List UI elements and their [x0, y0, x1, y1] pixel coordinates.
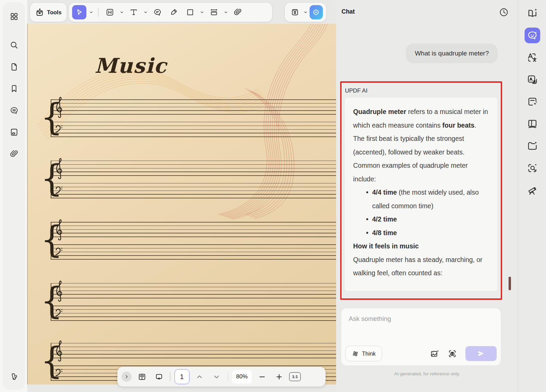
apps-grid-icon[interactable]: [7, 10, 21, 23]
bass-clef: [55, 305, 64, 318]
ai-search-icon[interactable]: [525, 160, 540, 176]
updf-ai-icon[interactable]: [310, 5, 323, 19]
chat-header: Chat: [336, 0, 518, 22]
bass-staff: [51, 122, 336, 137]
document-title: Music: [28, 54, 234, 78]
page-down-icon[interactable]: [210, 370, 224, 383]
select-cursor-icon[interactable]: [72, 5, 86, 19]
actual-size-icon[interactable]: 1:1: [289, 372, 301, 381]
treble-clef: [54, 279, 64, 302]
attachments-icon[interactable]: [7, 147, 21, 161]
ai-folder-icon[interactable]: [525, 138, 540, 154]
response-paragraph: Common examples of quadruple meter inclu…: [353, 159, 489, 186]
chat-panel: Chat What is quadruple meter? UPDF AI Qu…: [336, 0, 518, 392]
slideshow-icon[interactable]: [7, 125, 21, 139]
text-icon[interactable]: [127, 5, 141, 19]
bar-divider: [228, 372, 228, 381]
ai-note-icon[interactable]: [525, 94, 540, 110]
highlighter-icon[interactable]: [167, 5, 181, 19]
response-bold: Quadruple meter: [353, 108, 406, 115]
presentation-icon[interactable]: [152, 370, 166, 383]
ai-response-annotated: UPDF AI Quadruple meter refers to a musi…: [340, 81, 502, 300]
edit-tools-group: [69, 3, 272, 22]
treble-staff: [51, 161, 336, 176]
page-up-icon[interactable]: [193, 370, 206, 383]
comments-icon[interactable]: [7, 103, 21, 117]
zoom-level[interactable]: 80%: [232, 370, 252, 383]
response-paragraph: Quadruple meter has a steady, marching, …: [353, 253, 489, 280]
measure-chevron-down-icon[interactable]: [223, 10, 229, 15]
response-heading: How it feels in music: [353, 240, 489, 253]
save-group: [285, 3, 326, 22]
tools-group: Tools: [30, 3, 67, 22]
expand-chevron-icon[interactable]: [121, 372, 132, 382]
add-image-icon[interactable]: [429, 348, 440, 359]
ai-sender-name: UPDF AI: [345, 87, 501, 94]
cursor-chevron-down-icon[interactable]: [88, 10, 94, 15]
two-page-view-icon[interactable]: [135, 370, 149, 383]
measure-icon[interactable]: [207, 5, 221, 19]
staff-system: {: [38, 282, 336, 322]
input-actions-row: Think: [345, 346, 497, 361]
translate-doc-icon[interactable]: [525, 72, 540, 87]
heading-icon[interactable]: [103, 5, 117, 19]
zoom-in-icon[interactable]: [272, 370, 286, 383]
search-icon[interactable]: [7, 38, 21, 52]
bookmark-icon[interactable]: [7, 82, 21, 95]
screenshot-icon[interactable]: [446, 348, 458, 359]
bullet-item: 4/2 time: [372, 213, 489, 226]
comment-icon[interactable]: [150, 5, 165, 19]
attach-icon[interactable]: [231, 5, 245, 19]
swatches-icon[interactable]: [7, 370, 21, 383]
page-number-input[interactable]: 1: [175, 369, 189, 384]
chat-input-card: Think: [341, 308, 501, 366]
user-message: What is quadruple meter?: [406, 44, 498, 63]
zoom-out-icon[interactable]: [255, 370, 269, 383]
text-chevron-down-icon[interactable]: [143, 10, 148, 15]
chat-title: Chat: [342, 8, 355, 15]
chat-scrollbar-thumb[interactable]: [509, 277, 511, 290]
translate-text-icon[interactable]: [525, 50, 540, 65]
ai-chat-icon[interactable]: [525, 28, 540, 43]
send-button[interactable]: [465, 346, 497, 361]
treble-clef: [54, 339, 64, 362]
bass-staff: [51, 183, 336, 198]
pdf-page: Music { { {: [27, 24, 336, 385]
ai-disclaimer: AI-generated, for reference only.: [336, 371, 518, 376]
thumbnails-icon[interactable]: [7, 60, 21, 74]
reading-mode-icon[interactable]: [525, 116, 540, 132]
telescope-icon[interactable]: [525, 182, 540, 198]
tools-button[interactable]: Tools: [47, 9, 62, 16]
think-label: Think: [362, 350, 376, 357]
response-bullet-list: 4/4 time (the most widely used, also cal…: [353, 186, 489, 240]
send-icon: [477, 350, 485, 357]
save-chevron-down-icon[interactable]: [303, 10, 308, 15]
response-bold: four beats: [442, 121, 474, 129]
bass-staff: [51, 244, 336, 260]
bass-clef: [55, 244, 64, 257]
bar-divider: [170, 372, 170, 381]
toolbar-divider: [98, 8, 99, 17]
staff-system: {: [38, 220, 336, 261]
think-button[interactable]: Think: [345, 346, 382, 361]
treble-staff: [51, 222, 336, 237]
save-icon[interactable]: [288, 5, 301, 19]
shape-chevron-down-icon[interactable]: [199, 10, 205, 15]
bass-clef: [55, 121, 64, 134]
staff-system: {: [38, 98, 336, 138]
page-controls-bar: 1 80% 1:1: [117, 367, 326, 387]
treble-clef: [54, 95, 64, 118]
shape-square-icon[interactable]: [183, 5, 197, 19]
main-column: Tools: [27, 0, 336, 392]
left-sidebar: [3, 3, 24, 389]
bass-staff: [51, 306, 336, 321]
ai-response-card: Quadruple meter refers to a musical mete…: [345, 98, 497, 291]
clock-icon[interactable]: [498, 6, 510, 18]
bullet-item: 4/4 time (the most widely used, also cal…: [372, 186, 489, 213]
treble-staff: [51, 343, 336, 358]
ai-read-book-icon[interactable]: [525, 5, 540, 21]
treble-clef: [54, 218, 64, 241]
heading-chevron-down-icon[interactable]: [119, 10, 125, 15]
treble-staff: [51, 99, 336, 115]
ask-input[interactable]: [341, 308, 501, 345]
